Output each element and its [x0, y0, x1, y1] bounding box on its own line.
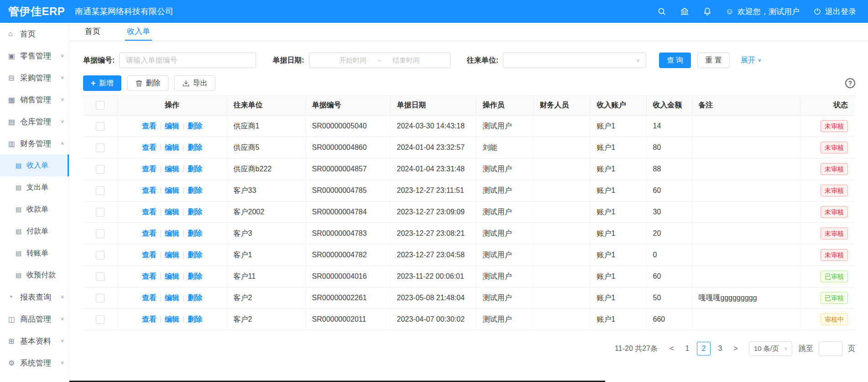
expand-link[interactable]: 展开 ∨	[741, 56, 762, 65]
add-label: 新增	[99, 79, 114, 88]
search-button[interactable]: 查 询	[659, 53, 691, 68]
edit-link[interactable]: 编辑	[165, 165, 179, 173]
view-link[interactable]: 查看	[142, 165, 157, 173]
cell-account: 账户1	[590, 287, 646, 309]
view-link[interactable]: 查看	[142, 122, 157, 130]
delete-link[interactable]: 删除	[188, 208, 202, 216]
view-link[interactable]: 查看	[142, 229, 157, 237]
sidebar-item-purchase[interactable]: ⊟采购管理∨	[0, 67, 69, 89]
sidebar-item-retail[interactable]: ▣零售管理∨	[0, 45, 69, 67]
jump-input[interactable]	[819, 341, 842, 356]
link-separator: |	[160, 315, 162, 323]
delete-label: 删除	[146, 79, 161, 88]
cell-partner: 客户2	[227, 309, 305, 330]
bill-no-input[interactable]	[119, 53, 256, 68]
prev-page-button[interactable]: <	[666, 344, 678, 353]
delete-link[interactable]: 删除	[188, 122, 202, 130]
row-checkbox[interactable]	[96, 229, 105, 238]
sidebar-item-system[interactable]: ⚙系统管理∨	[0, 352, 69, 374]
sidebar-item-finance[interactable]: ▥财务管理∧	[0, 133, 69, 154]
reset-button[interactable]: 重 置	[697, 53, 729, 68]
delete-link[interactable]: 删除	[188, 143, 202, 151]
edit-link[interactable]: 编辑	[165, 143, 179, 151]
sidebar-item-sales[interactable]: ▦销售管理∨	[0, 89, 69, 111]
view-link[interactable]: 查看	[142, 294, 157, 302]
export-button[interactable]: 导出	[174, 75, 215, 91]
view-link[interactable]: 查看	[142, 186, 157, 194]
page-size-select[interactable]: 10 条/页 ∨	[749, 341, 792, 356]
date-range-picker[interactable]: 开始时间 ~ 结束时间	[309, 53, 450, 68]
view-link[interactable]: 查看	[142, 143, 157, 151]
row-checkbox[interactable]	[96, 208, 105, 217]
delete-link[interactable]: 删除	[188, 272, 202, 280]
sidebar-item-report[interactable]: ◔报表查询∨	[0, 286, 69, 308]
page-button-3[interactable]: 3	[713, 342, 727, 355]
edit-link[interactable]: 编辑	[165, 272, 179, 280]
table-row: 查看|编辑|删除供应商b222SR000000048572024-01-04 2…	[83, 159, 855, 180]
search-icon[interactable]	[657, 7, 666, 16]
edit-link[interactable]: 编辑	[165, 294, 179, 302]
delete-link[interactable]: 删除	[188, 229, 202, 237]
chevron-down-icon: ∨	[636, 58, 640, 64]
row-checkbox[interactable]	[96, 251, 105, 260]
row-checkbox[interactable]	[96, 143, 105, 152]
cell-status: 未审核	[800, 116, 855, 137]
edit-link[interactable]: 编辑	[165, 208, 179, 216]
edit-link[interactable]: 编辑	[165, 122, 179, 130]
view-link[interactable]: 查看	[142, 208, 157, 216]
view-link[interactable]: 查看	[142, 251, 157, 259]
select-all-checkbox[interactable]	[96, 101, 105, 110]
delete-link[interactable]: 删除	[188, 294, 202, 302]
sidebar-item-warehouse[interactable]: ▤仓库管理∨	[0, 111, 69, 133]
delete-link[interactable]: 删除	[188, 186, 202, 194]
row-checkbox[interactable]	[96, 315, 105, 324]
bell-icon[interactable]	[703, 7, 712, 16]
row-checkbox[interactable]	[96, 122, 105, 131]
partner-select[interactable]: ∨	[503, 53, 646, 68]
sidebar-item-receipt[interactable]: ▤收款单	[0, 198, 69, 220]
cell-finance-staff	[533, 159, 590, 180]
delete-link[interactable]: 删除	[188, 251, 202, 259]
page-button-1[interactable]: 1	[680, 342, 694, 355]
view-link[interactable]: 查看	[142, 272, 157, 280]
table-row: 查看|编辑|删除客户33SR000000047852023-12-27 23:1…	[83, 180, 855, 202]
edit-link[interactable]: 编辑	[165, 315, 179, 323]
help-icon[interactable]: ?	[845, 78, 855, 88]
sidebar-item-expense[interactable]: ▤支出单	[0, 176, 69, 198]
row-checkbox[interactable]	[96, 165, 105, 174]
row-checkbox[interactable]	[96, 272, 105, 281]
edit-link[interactable]: 编辑	[165, 251, 179, 259]
sidebar-item-goods[interactable]: ◫商品管理∨	[0, 308, 69, 330]
row-checkbox[interactable]	[96, 294, 105, 302]
edit-link[interactable]: 编辑	[165, 229, 179, 237]
tab-income[interactable]: 收入单	[125, 23, 152, 41]
welcome-user[interactable]: ☺ 欢迎您，测试用户	[726, 6, 800, 17]
purchase-icon: ⊟	[8, 74, 20, 82]
table-row: 查看|编辑|删除客户2SR000000022612023-05-08 21:48…	[83, 287, 855, 309]
edit-link[interactable]: 编辑	[165, 186, 179, 194]
delete-button[interactable]: 删除	[127, 75, 168, 91]
sidebar-item-income[interactable]: ▤收入单	[0, 154, 69, 176]
delete-link[interactable]: 删除	[188, 315, 202, 323]
view-link[interactable]: 查看	[142, 315, 157, 323]
page-button-2[interactable]: 2	[697, 342, 711, 355]
tab-home[interactable]: 首页	[83, 23, 102, 41]
sidebar-item-home[interactable]: ⌂首页	[0, 23, 69, 45]
header-cell: 单据编号	[305, 96, 390, 116]
sidebar-item-transfer[interactable]: ▤转账单	[0, 242, 69, 264]
sidebar-item-advance[interactable]: ▤收预付款	[0, 264, 69, 286]
table-row: 查看|编辑|删除客户1SR000000047822023-12-27 23:04…	[83, 244, 855, 266]
link-separator: |	[160, 186, 162, 194]
add-button[interactable]: + 新增	[83, 75, 121, 91]
row-checkbox[interactable]	[96, 186, 105, 195]
sidebar-item-payment[interactable]: ▤付款单	[0, 220, 69, 242]
logout-button[interactable]: 退出登录	[813, 6, 856, 17]
pagination: 11-20 共27条 < 123 > 10 条/页 ∨ 跳至 页	[83, 341, 855, 356]
sidebar-item-basicdata[interactable]: ⊞基本资料∨	[0, 330, 69, 352]
next-page-button[interactable]: >	[730, 344, 742, 353]
status-badge: 审核中	[821, 313, 848, 325]
bank-icon[interactable]	[680, 7, 689, 16]
cell-remark	[692, 202, 800, 223]
chevron-down-icon: ∨	[60, 53, 64, 58]
delete-link[interactable]: 删除	[188, 165, 202, 173]
